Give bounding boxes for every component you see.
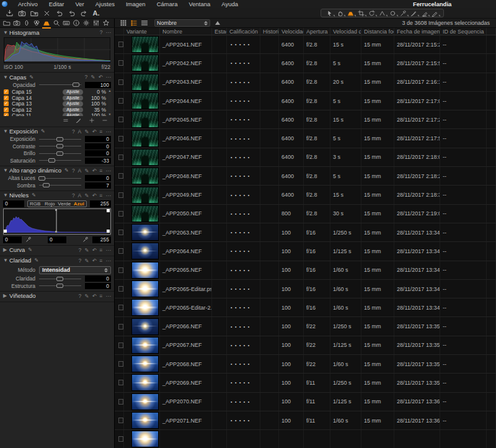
help-icon[interactable]: ? (72, 127, 75, 136)
layer-list-button[interactable] (63, 117, 69, 125)
straighten-tool[interactable] (377, 9, 388, 17)
erase-mask-tool[interactable] (419, 9, 430, 17)
image-thumbnail[interactable] (131, 149, 159, 166)
claridad-slider[interactable] (39, 283, 81, 289)
image-thumbnail[interactable] (131, 393, 159, 410)
collapse-chevron-icon[interactable]: ▼ (3, 128, 9, 134)
tool-tab-settings[interactable] (81, 19, 91, 28)
menu-ajustes[interactable]: Ajustes (90, 1, 120, 7)
row-checkbox[interactable] (118, 79, 123, 85)
slider-value[interactable]: 0 (85, 143, 111, 150)
edit-pencil-icon[interactable]: ✎ (64, 168, 69, 173)
help-icon[interactable]: ? (85, 73, 88, 81)
undo-icon[interactable]: ↶ (92, 127, 96, 136)
row-checkbox[interactable] (118, 173, 123, 179)
column-header-velocidad-del-ob-[interactable]: Velocidad del ob… (330, 28, 361, 35)
rating-dots[interactable]: ••••• (229, 193, 252, 197)
undo-icon[interactable]: ↶ (98, 73, 102, 81)
layer-checkbox[interactable]: ✓ (4, 107, 9, 112)
tool-tab-color[interactable] (32, 19, 42, 28)
help-icon[interactable]: ? (100, 28, 103, 37)
menu-icon[interactable]: ≡ (100, 256, 103, 265)
more-icon[interactable]: ⋯ (106, 246, 112, 254)
slider-handle[interactable] (73, 83, 79, 87)
row-checkbox[interactable] (118, 436, 123, 442)
slider-value[interactable]: 0 (85, 175, 111, 181)
table-row[interactable]: _APP2064.NEF•••••100f/161/125 s15 mm28/1… (115, 242, 496, 261)
import-button[interactable] (3, 9, 16, 18)
row-checkbox[interactable] (118, 343, 123, 348)
row-checkbox[interactable] (118, 230, 123, 235)
channel-tab-verde[interactable]: Verde (57, 201, 72, 207)
spot-tool[interactable] (388, 9, 398, 17)
row-checkbox[interactable] (118, 305, 123, 310)
edit-pencil-icon[interactable]: ✎ (41, 128, 45, 134)
rating-dots[interactable]: ••••• (229, 212, 252, 216)
column-header-calificaci-n[interactable]: Calificación (227, 28, 260, 35)
tool-tab-lens[interactable] (22, 19, 32, 28)
image-thumbnail[interactable] (131, 262, 159, 279)
row-checkbox[interactable] (118, 192, 123, 198)
rating-dots[interactable]: ••••• (229, 61, 252, 65)
shadow-picker-icon[interactable] (25, 236, 32, 243)
rating-dots[interactable]: ••••• (229, 325, 252, 329)
rating-dots[interactable]: ••••• (229, 137, 252, 141)
levels-input-low[interactable]: 0 (3, 200, 24, 207)
menu-icon[interactable]: ≡ (100, 246, 103, 254)
collapse-chevron-icon[interactable]: ▼ (3, 258, 9, 263)
slider-handle[interactable] (56, 151, 63, 156)
menu-ver[interactable]: Ver (70, 1, 90, 7)
help-icon[interactable]: ? (72, 191, 75, 200)
row-checkbox[interactable] (118, 155, 123, 160)
filmstrip-view-button[interactable] (139, 19, 149, 27)
table-row[interactable]: _APP2069.NEF•••••100f/111/250 s15 mm28/1… (115, 374, 496, 392)
edit-pencil-icon[interactable]: ✎ (34, 258, 38, 263)
brush-icon[interactable]: ✎ (84, 256, 89, 265)
table-row[interactable]: _APP2068.NEF•••••100f/221/60 s15 mm28/11… (115, 355, 496, 374)
tool-tab-process[interactable] (91, 19, 101, 28)
list-view-button[interactable] (128, 19, 139, 27)
menu-archivo[interactable]: Archivo (12, 1, 43, 7)
table-row[interactable]: _APP2065-Editar-2.psd•••••100f/161/60 s1… (115, 298, 496, 317)
delete-button[interactable] (40, 9, 53, 18)
rating-dots[interactable]: ••••• (229, 343, 252, 347)
menu-ayuda[interactable]: Ayuda (216, 1, 244, 7)
image-thumbnail[interactable] (131, 337, 159, 354)
collapse-chevron-icon[interactable]: ▼ (3, 30, 9, 35)
rating-dots[interactable]: ••••• (229, 174, 252, 178)
slider-value[interactable]: 0 (85, 150, 111, 156)
table-row[interactable]: _APP2067.NEF•••••100f/221/125 s15 mm28/1… (115, 336, 496, 355)
rating-dots[interactable]: ••••• (229, 117, 252, 122)
row-checkbox[interactable] (118, 42, 123, 47)
undo-icon[interactable]: ↶ (92, 292, 96, 300)
layer-row[interactable]: ✓Capa 14Ajuste100 % (2, 95, 112, 101)
grid-view-button[interactable] (118, 19, 128, 27)
tool-tab-details[interactable] (51, 19, 61, 28)
channel-tab-azul[interactable]: Azul (72, 201, 87, 207)
add-layer-button[interactable] (89, 117, 95, 125)
more-icon[interactable]: ⋯ (106, 28, 112, 37)
opacity-value[interactable]: 100 (85, 82, 111, 88)
method-select[interactable]: Intensidad (39, 266, 111, 274)
brush-icon[interactable]: ✎ (84, 246, 89, 254)
rating-dots[interactable]: ••••• (229, 418, 252, 423)
edit-pencil-icon[interactable]: ✎ (29, 74, 33, 80)
undo-icon[interactable]: ↶ (92, 246, 96, 254)
image-thumbnail[interactable] (131, 74, 159, 91)
image-thumbnail[interactable] (131, 205, 159, 222)
levels-input-high[interactable]: 255 (90, 200, 111, 207)
collapse-chevron-icon[interactable]: ▼ (3, 168, 9, 173)
letterA-icon[interactable]: A (78, 127, 82, 136)
sort-ascending-icon[interactable] (215, 21, 220, 25)
column-header-apertura[interactable]: Apertura (304, 28, 330, 35)
table-row[interactable]: _APP2048.NEF•••••6400f/2.85 s15 mm28/11/… (115, 167, 496, 186)
opacity-slider[interactable] (39, 82, 81, 87)
table-row[interactable]: _APP2044.NEF•••••6400f/2.85 s15 mm28/11/… (115, 92, 496, 110)
help-icon[interactable]: ? (79, 246, 82, 254)
reset-button[interactable] (53, 9, 65, 18)
rating-dots[interactable]: ••••• (229, 230, 252, 235)
levels-highlight-value[interactable]: 255 (92, 236, 111, 243)
row-checkbox[interactable] (118, 380, 123, 385)
row-checkbox[interactable] (118, 361, 123, 367)
brush-icon[interactable]: ✎ (84, 292, 89, 300)
